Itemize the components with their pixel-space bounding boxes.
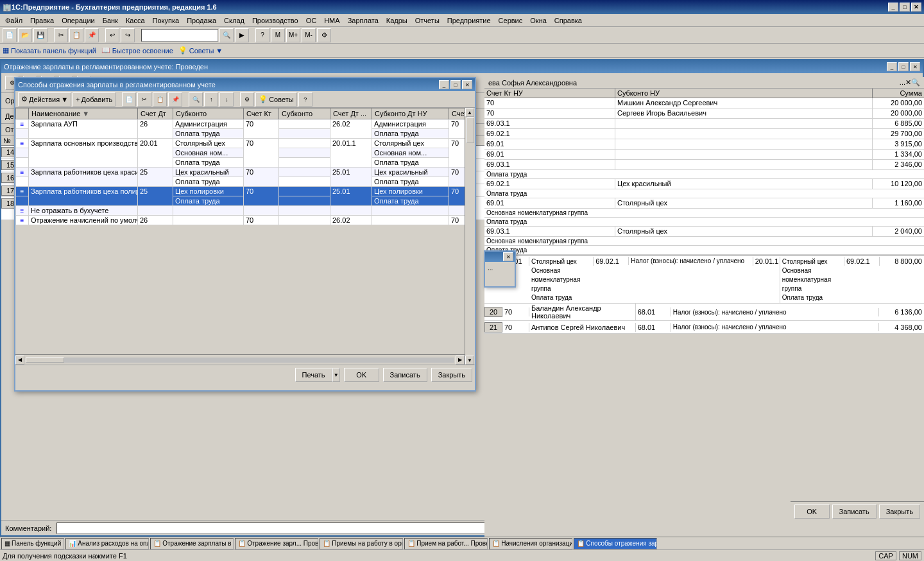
tb-settings[interactable]: ⚙	[317, 28, 331, 42]
doc-ok-btn[interactable]: OK	[794, 505, 830, 519]
right-row: 70 Сергеев Игорь Васильевич 20 000,00	[484, 108, 924, 119]
ways-row-3[interactable]: ≡ Зарплата работников цеха красильного 2…	[16, 168, 475, 177]
scroll-track	[466, 117, 474, 143]
hscroll-right[interactable]: ▶	[456, 356, 465, 365]
ways-row-6[interactable]: ≡ Отражение начислений по умолчанию 26 7…	[16, 216, 475, 225]
menu-kassa[interactable]: Касса	[122, 15, 149, 26]
tb-find[interactable]: 🔍	[219, 28, 234, 42]
right-x-btn[interactable]: ...✕🔍	[900, 78, 920, 87]
menu-enterprise[interactable]: Предприятие	[443, 15, 495, 26]
right-row: 70 Мишкин Александр Сергеевич 20 000,00	[484, 98, 924, 108]
menu-edit[interactable]: Правка	[26, 15, 58, 26]
close-btn[interactable]: ✕	[911, 3, 921, 12]
taskbar-sposoby[interactable]: 📋 Способы отражения зарпл...	[574, 538, 657, 549]
title-controls: _ □ ✕	[888, 3, 921, 12]
minimize-btn[interactable]: _	[888, 3, 898, 12]
taskbar-panel[interactable]: ▦ Панель функций	[1, 538, 64, 549]
tb-calc2[interactable]: M+	[286, 28, 300, 42]
taskbar-otr1[interactable]: 📋 Отражение зарплаты в рег...	[150, 538, 234, 549]
small-close-btn[interactable]: ✕	[503, 252, 513, 261]
tb-calc3[interactable]: M-	[302, 28, 316, 42]
tb-paste[interactable]: 📌	[85, 28, 99, 42]
quick-learn[interactable]: 📖 Быстрое освоение	[101, 46, 173, 55]
menu-file[interactable]: Файл	[1, 15, 26, 26]
ways-tb1[interactable]: 📄	[122, 92, 136, 107]
menu-hr[interactable]: Кадры	[382, 15, 411, 26]
ways-row-5[interactable]: ≡ Не отражать в бухучете	[16, 206, 475, 216]
quick-learn-label: Быстрое освоение	[112, 47, 173, 55]
tb-open[interactable]: 📂	[18, 28, 32, 42]
search-input[interactable]	[141, 29, 218, 42]
tb-new[interactable]: 📄	[3, 28, 17, 42]
menu-production[interactable]: Производство	[248, 15, 302, 26]
ways-table-container: Наименование ▼ Счет Дт Субконто Счет Кт …	[15, 108, 475, 365]
ways-tb6[interactable]: ↑	[204, 92, 218, 107]
taskbar-priem2[interactable]: 📋 Прием на работ... Проведен	[404, 538, 488, 549]
actions-btn[interactable]: ⚙ Действия ▼	[18, 92, 71, 107]
tips-btn[interactable]: 💡 Советы	[255, 92, 296, 107]
menu-reports[interactable]: Отчеты	[411, 15, 443, 26]
print-btn[interactable]: Печать	[295, 368, 332, 382]
menu-bank[interactable]: Банк	[99, 15, 122, 26]
ways-minimize[interactable]: _	[439, 80, 449, 89]
menu-service[interactable]: Сервис	[495, 15, 527, 26]
ways-table-scroll[interactable]: Наименование ▼ Счет Дт Субконто Счет Кт …	[15, 108, 475, 358]
save-btn-ways[interactable]: Записать	[383, 368, 427, 382]
row-20-schet: 68.01	[636, 307, 671, 316]
taskbar-priemy1[interactable]: 📋 Приемы на работу в органи...	[320, 538, 403, 549]
tb-undo[interactable]: ↩	[105, 28, 119, 42]
ways-tb2[interactable]: ✂	[137, 92, 151, 107]
add-btn[interactable]: + Добавить	[73, 92, 116, 107]
doc-close[interactable]: ✕	[910, 62, 920, 71]
doc-minimize[interactable]: _	[887, 62, 897, 71]
menu-sale[interactable]: Продажа	[183, 15, 220, 26]
ways-maximize[interactable]: □	[450, 80, 461, 89]
tb-calc[interactable]: M	[271, 28, 285, 42]
doc-close-btn[interactable]: Закрыть	[879, 505, 920, 519]
taskbar-otr2[interactable]: 📋 Отражение зарл... Проведен	[235, 538, 318, 549]
tb-redo[interactable]: ↪	[121, 28, 135, 42]
menu-purchase[interactable]: Покупка	[149, 15, 184, 26]
menu-warehouse[interactable]: Склад	[220, 15, 248, 26]
menu-help[interactable]: Справка	[551, 15, 586, 26]
menu-nma[interactable]: НМА	[320, 15, 343, 26]
menu-os[interactable]: ОС	[302, 15, 321, 26]
ways-tb7[interactable]: ↓	[219, 92, 234, 107]
ways-close[interactable]: ✕	[462, 80, 472, 89]
tb-copy[interactable]: 📋	[69, 28, 83, 42]
tb-find-next[interactable]: ▶	[235, 28, 249, 42]
tb-save[interactable]: 💾	[33, 28, 47, 42]
ok-btn-ways[interactable]: OK	[344, 368, 379, 382]
taskbar-analiz[interactable]: 📊 Анализ расходов на оплату...	[65, 538, 149, 549]
menu-salary[interactable]: Зарплата	[344, 15, 382, 26]
ways-tb8[interactable]: ⚙	[240, 92, 254, 107]
ways-tb5[interactable]: 🔍	[189, 92, 203, 107]
scroll-down-btn[interactable]: ▼	[465, 356, 474, 365]
tips[interactable]: 💡 Советы ▼	[178, 46, 223, 55]
maximize-btn[interactable]: □	[900, 3, 910, 12]
ways-help[interactable]: ?	[298, 92, 312, 107]
row5-subkonto-nu1	[372, 206, 449, 216]
ways-row-1[interactable]: ≡ Зарплата АУП 26 Администрация 70 26.02…	[16, 119, 475, 129]
ways-hscrollbar[interactable]: ◀ ▶	[15, 354, 465, 365]
tb-cut[interactable]: ✂	[54, 28, 68, 42]
ways-tb3[interactable]: 📋	[153, 92, 167, 107]
menu-windows[interactable]: Окна	[526, 15, 551, 26]
print-arrow[interactable]: ▼	[332, 368, 340, 382]
hscroll-left[interactable]: ◀	[15, 356, 24, 365]
taskbar-nachisleniya[interactable]: 📋 Начисления организации	[489, 538, 572, 549]
taskbar-panel-icon: ▦	[4, 540, 10, 547]
ways-row-2[interactable]: ≡ Зарплата основных производственных раб…	[16, 139, 475, 148]
menu-operations[interactable]: Операции	[58, 15, 98, 26]
ways-row-4[interactable]: ≡ Зарплата работников цеха полировки 25 …	[16, 187, 475, 196]
doc-action-row: OK Записать Закрыть	[791, 501, 924, 521]
ways-tb4[interactable]: 📌	[168, 92, 182, 107]
print-group: Печать ▼	[295, 368, 340, 382]
doc-save-btn[interactable]: Записать	[832, 505, 877, 519]
scroll-up-btn[interactable]: ▲	[465, 108, 474, 117]
close-btn-ways[interactable]: Закрыть	[431, 368, 472, 382]
doc-maximize[interactable]: □	[898, 62, 909, 71]
show-panel[interactable]: ▦ Показать панель функций	[3, 46, 96, 55]
tb-help[interactable]: ?	[255, 28, 270, 42]
ways-scrollbar[interactable]: ▲ ▼	[465, 108, 475, 365]
